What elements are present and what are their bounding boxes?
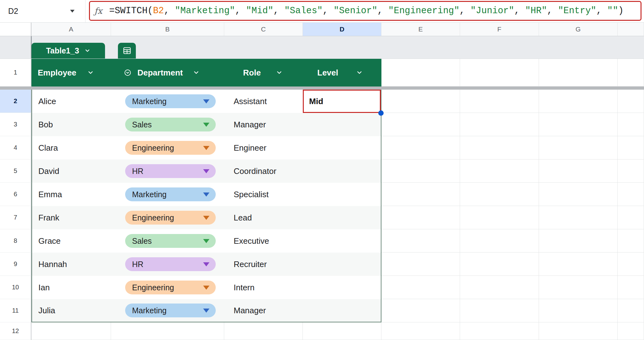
row-header-10[interactable]: 10 — [0, 276, 31, 299]
empty-cell[interactable] — [460, 253, 539, 276]
chip-dropdown-arrow-icon[interactable] — [203, 286, 209, 290]
empty-cell[interactable] — [381, 159, 460, 183]
empty-cell[interactable] — [460, 276, 539, 299]
cell-employee[interactable]: Frank — [31, 206, 111, 229]
empty-cell[interactable] — [539, 136, 618, 159]
row-header-3[interactable]: 3 — [0, 113, 31, 136]
cell-role[interactable]: Assistant — [224, 90, 303, 113]
formula-text[interactable]: =SWITCH(B2, "Marketing", "Mid", "Sales",… — [109, 6, 624, 16]
empty-cell[interactable] — [460, 206, 539, 229]
empty-cell[interactable] — [460, 322, 539, 340]
chip-dropdown-arrow-icon[interactable] — [203, 239, 209, 243]
empty-cell[interactable] — [460, 299, 539, 322]
empty-cell[interactable] — [539, 59, 618, 86]
empty-cell[interactable] — [460, 229, 539, 253]
empty-cell[interactable] — [539, 253, 618, 276]
empty-cell[interactable] — [381, 183, 460, 206]
column-header-f[interactable]: F — [460, 23, 539, 36]
cell-employee[interactable]: Ian — [31, 276, 111, 299]
column-header-d[interactable]: D — [303, 23, 381, 36]
chip-dropdown-arrow-icon[interactable] — [203, 262, 209, 266]
empty-cell[interactable] — [539, 90, 618, 113]
chevron-down-icon[interactable] — [193, 69, 200, 76]
empty-cell[interactable] — [381, 276, 460, 299]
cell-role[interactable]: Intern — [224, 276, 303, 299]
cell-role[interactable]: Specialist — [224, 183, 303, 206]
table-header-employee[interactable]: Employee — [31, 59, 111, 86]
cell-role[interactable]: Executive — [224, 229, 303, 253]
cell-level[interactable] — [303, 113, 381, 136]
cell-employee[interactable]: Bob — [31, 113, 111, 136]
name-box[interactable]: D2 — [0, 0, 86, 22]
empty-cell[interactable] — [539, 206, 618, 229]
column-header-g[interactable]: G — [539, 23, 618, 36]
chevron-down-icon[interactable] — [87, 69, 94, 76]
empty-cell[interactable] — [460, 113, 539, 136]
row-header-11[interactable]: 11 — [0, 299, 31, 322]
chevron-down-icon[interactable] — [276, 69, 283, 76]
name-box-dropdown-icon[interactable] — [70, 10, 75, 13]
fill-handle[interactable] — [378, 110, 384, 116]
cell-level[interactable]: Mid — [303, 90, 381, 113]
department-chip[interactable]: Engineering — [125, 211, 216, 225]
empty-cell[interactable] — [381, 90, 460, 113]
cell-department[interactable]: Engineering — [111, 206, 224, 229]
cell-level[interactable] — [303, 229, 381, 253]
chip-dropdown-arrow-icon[interactable] — [203, 146, 209, 150]
cell-department[interactable]: HR — [111, 159, 224, 183]
chip-dropdown-arrow-icon[interactable] — [203, 216, 209, 220]
chevron-down-icon[interactable] — [356, 69, 363, 76]
empty-cell[interactable] — [381, 229, 460, 253]
cell-department[interactable]: Engineering — [111, 276, 224, 299]
cell-role[interactable]: Lead — [224, 206, 303, 229]
column-header-b[interactable]: B — [111, 23, 224, 36]
table-tab[interactable]: Table1_3 — [31, 43, 105, 59]
table-header-department[interactable]: Department — [111, 59, 224, 86]
cell-role[interactable]: Coordinator — [224, 159, 303, 183]
cell-level[interactable] — [303, 206, 381, 229]
empty-cell[interactable] — [31, 322, 111, 340]
cell-employee[interactable]: Grace — [31, 229, 111, 253]
row-header-7[interactable]: 7 — [0, 206, 31, 229]
row-header-12[interactable]: 12 — [0, 322, 31, 340]
department-chip[interactable]: Sales — [125, 118, 216, 131]
cell-role[interactable]: Manager — [224, 299, 303, 322]
empty-cell[interactable] — [539, 113, 618, 136]
cell-level[interactable] — [303, 159, 381, 183]
chip-dropdown-arrow-icon[interactable] — [203, 192, 209, 197]
chip-dropdown-arrow-icon[interactable] — [203, 169, 209, 173]
formula-input-area[interactable]: ƒx =SWITCH(B2, "Marketing", "Mid", "Sale… — [89, 1, 641, 21]
department-chip[interactable]: Marketing — [125, 304, 216, 317]
cell-department[interactable]: Marketing — [111, 299, 224, 322]
frozen-row-divider[interactable] — [0, 86, 644, 90]
column-header-c[interactable]: C — [224, 23, 303, 36]
empty-cell[interactable] — [381, 253, 460, 276]
cell-department[interactable]: Engineering — [111, 136, 224, 159]
cell-level[interactable] — [303, 183, 381, 206]
chip-dropdown-arrow-icon[interactable] — [203, 99, 209, 103]
cell-employee[interactable]: Hannah — [31, 253, 111, 276]
cell-department[interactable]: Marketing — [111, 90, 224, 113]
row-header-4[interactable]: 4 — [0, 136, 31, 159]
department-chip[interactable]: Marketing — [125, 94, 216, 108]
cell-department[interactable]: Sales — [111, 229, 224, 253]
empty-cell[interactable] — [381, 136, 460, 159]
empty-cell[interactable] — [460, 90, 539, 113]
cell-role[interactable]: Manager — [224, 113, 303, 136]
row-header-1[interactable]: 1 — [0, 59, 31, 86]
cell-level[interactable] — [303, 136, 381, 159]
cell-employee[interactable]: Emma — [31, 183, 111, 206]
cell-employee[interactable]: Julia — [31, 299, 111, 322]
table-grid-tab[interactable] — [118, 43, 136, 59]
cell-level[interactable] — [303, 253, 381, 276]
row-header-6[interactable]: 6 — [0, 183, 31, 206]
row-header-9[interactable]: 9 — [0, 253, 31, 276]
table-header-role[interactable]: Role — [224, 59, 303, 86]
cell-department[interactable]: Sales — [111, 113, 224, 136]
empty-cell[interactable] — [111, 322, 224, 340]
empty-cell[interactable] — [539, 159, 618, 183]
row-header-5[interactable]: 5 — [0, 159, 31, 183]
department-chip[interactable]: Engineering — [125, 141, 216, 155]
cell-department[interactable]: Marketing — [111, 183, 224, 206]
empty-cell[interactable] — [460, 159, 539, 183]
